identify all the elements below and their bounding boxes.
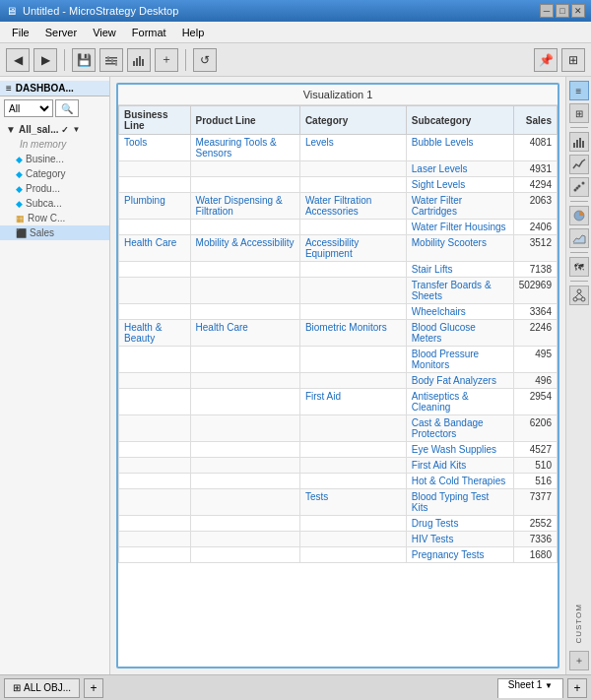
cell-business-line <box>119 547 191 563</box>
expand-arrow-icon: ▼ <box>6 124 16 135</box>
cell-category <box>299 458 406 474</box>
cell-sales: 516 <box>513 474 557 489</box>
sheet-tab-dropdown[interactable]: ▼ <box>545 681 553 690</box>
table-row: Pregnancy Tests1680 <box>119 547 558 563</box>
right-icon-list[interactable]: ≡ <box>569 81 589 100</box>
cell-sales: 1680 <box>513 547 557 563</box>
right-icon-pie[interactable] <box>569 206 589 225</box>
sidebar-item-rowc[interactable]: ▦ Row C... <box>0 211 109 225</box>
table-row: Blood Pressure Monitors495 <box>119 347 558 373</box>
menu-view[interactable]: View <box>85 25 124 40</box>
cell-subcategory: Cast & Bandage Protectors <box>406 415 513 442</box>
cell-product-line <box>190 489 299 516</box>
cell-subcategory: Pregnancy Tests <box>406 547 513 563</box>
filter-select[interactable]: All <box>4 99 53 117</box>
right-icon-network[interactable] <box>569 286 589 305</box>
sheet-tab-1[interactable]: Sheet 1 ▼ <box>497 678 563 698</box>
right-sep-1 <box>570 127 588 128</box>
cell-sales: 7377 <box>513 489 557 516</box>
back-button[interactable]: ◀ <box>6 48 30 72</box>
cell-subcategory: Body Fat Analyzers <box>406 373 513 389</box>
svg-rect-5 <box>115 62 117 66</box>
menu-file[interactable]: File <box>4 25 37 40</box>
toolbar-sep-1 <box>64 49 65 71</box>
cell-product-line <box>190 442 299 458</box>
save-button[interactable]: 💾 <box>72 48 96 72</box>
sidebar-item-subca[interactable]: ◆ Subca... <box>0 196 109 211</box>
col-subcategory: Subcategory <box>406 106 513 135</box>
sidebar-item-business[interactable]: ◆ Busine... <box>0 152 109 166</box>
cell-product-line <box>190 373 299 389</box>
col-business-line: Business Line <box>119 106 191 135</box>
cell-product-line <box>190 262 299 278</box>
table-row: Eye Wash Supplies4527 <box>119 442 558 458</box>
right-panel: ≡ ⊞ 🗺 CUSTOM ＋ <box>565 77 591 674</box>
cell-product-line <box>190 347 299 373</box>
right-icon-bar[interactable] <box>569 132 589 152</box>
cell-category: Accessibility Equipment <box>299 235 406 262</box>
cell-sales: 495 <box>513 347 557 373</box>
table-row: Body Fat Analyzers496 <box>119 373 558 389</box>
cell-business-line <box>119 532 191 547</box>
viz-table[interactable]: Business Line Product Line Category Subc… <box>118 105 558 667</box>
all-objects-button[interactable]: ⊞ ALL OBJ... <box>4 678 80 698</box>
cell-subcategory: Hot & Cold Therapies <box>406 474 513 489</box>
title-bar: 🖥 Untitled - MicroStrategy Desktop ─ □ ✕ <box>0 0 591 22</box>
forward-button[interactable]: ▶ <box>33 48 57 72</box>
diamond-icon: ◆ <box>16 184 23 194</box>
pin-button[interactable]: 📌 <box>534 48 558 72</box>
minimize-button[interactable]: ─ <box>540 4 554 18</box>
menu-server[interactable]: Server <box>37 25 85 40</box>
add-objects-button[interactable]: + <box>84 678 103 698</box>
cell-business-line: Plumbing <box>119 193 191 220</box>
visualization-panel: Visualization 1 Business Line Product Li… <box>116 83 559 668</box>
diamond-icon: ◆ <box>16 199 23 209</box>
right-icon-scatter[interactable] <box>569 177 589 197</box>
table-row: ToolsMeasuring Tools & SensorsLevelsBubb… <box>119 135 558 161</box>
sidebar-label: Subca... <box>26 198 62 209</box>
title-bar-controls[interactable]: ─ □ ✕ <box>540 4 585 18</box>
cell-subcategory: Wheelchairs <box>406 304 513 320</box>
filter-search-button[interactable]: 🔍 <box>55 99 79 117</box>
right-icon-grid[interactable]: ⊞ <box>569 103 589 123</box>
close-button[interactable]: ✕ <box>571 4 585 18</box>
right-icon-line[interactable] <box>569 155 589 174</box>
sidebar-item-all-sal[interactable]: ▼ All_sal... ✓ ▼ <box>0 122 109 137</box>
chart-button[interactable] <box>127 48 151 72</box>
svg-line-23 <box>579 293 583 297</box>
maximize-button[interactable]: □ <box>556 4 569 18</box>
right-icon-area[interactable] <box>569 228 589 248</box>
menu-format[interactable]: Format <box>124 25 174 40</box>
cell-sales: 502969 <box>513 278 557 304</box>
right-sep-3 <box>570 252 588 253</box>
table-row: HIV Tests7336 <box>119 532 558 547</box>
cube-icon: ⬛ <box>16 228 27 238</box>
add-sheet-button[interactable]: + <box>567 678 587 698</box>
refresh-button[interactable]: ↺ <box>193 48 217 72</box>
sidebar-item-category[interactable]: ◆ Category <box>0 166 109 181</box>
right-sep-2 <box>570 201 588 202</box>
tree-label: All_sal... <box>19 124 59 135</box>
menu-help[interactable]: Help <box>174 25 213 40</box>
cell-product-line <box>190 547 299 563</box>
expand-button[interactable]: ⊞ <box>561 48 585 72</box>
table-row: TestsBlood Typing Test Kits7377 <box>119 489 558 516</box>
cell-subcategory: Blood Glucose Meters <box>406 320 513 347</box>
svg-point-20 <box>577 289 581 293</box>
table-row: Wheelchairs3364 <box>119 304 558 320</box>
cell-sales: 2552 <box>513 516 557 532</box>
toolbar-sep-2 <box>185 49 186 71</box>
settings-button[interactable] <box>99 48 123 72</box>
cell-subcategory: First Aid Kits <box>406 458 513 474</box>
dropdown-icon: ▼ <box>72 125 80 134</box>
cell-category: Levels <box>299 135 406 161</box>
sidebar-item-product[interactable]: ◆ Produ... <box>0 181 109 196</box>
add-button[interactable]: ＋ <box>155 48 178 72</box>
cell-category: First Aid <box>299 389 406 415</box>
right-icon-add[interactable]: ＋ <box>569 651 589 670</box>
right-icon-map[interactable]: 🗺 <box>569 257 589 277</box>
sidebar-item-sales[interactable]: ⬛ Sales <box>0 225 109 240</box>
cell-business-line <box>119 347 191 373</box>
sheet-tab-label: Sheet 1 <box>508 679 542 690</box>
content-area: Visualization 1 Business Line Product Li… <box>110 77 565 674</box>
